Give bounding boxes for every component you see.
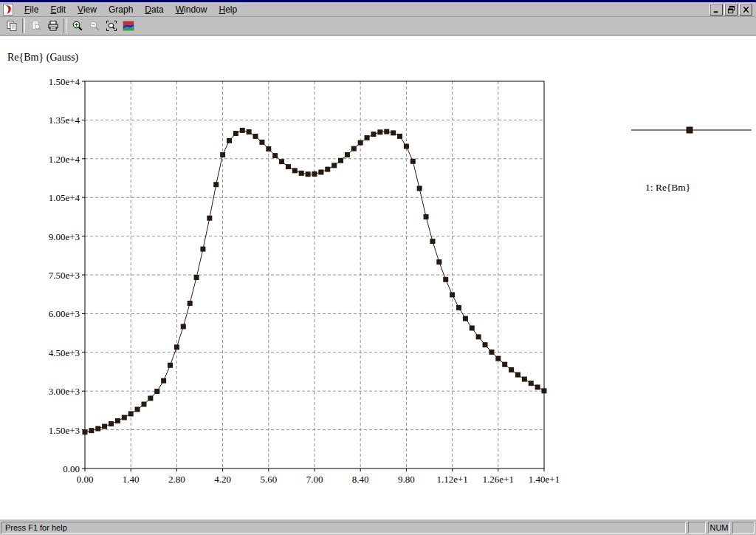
menu-item-edit[interactable]: Edit <box>44 3 72 16</box>
restore-icon <box>726 5 736 14</box>
y-tick-label: 3.00e+3 <box>49 386 80 397</box>
data-point-marker <box>391 130 396 135</box>
chart[interactable]: Re{Bm} (Gauss)0.001.402.804.205.607.008.… <box>0 36 756 519</box>
data-point-marker <box>109 421 114 426</box>
data-point-marker <box>542 388 547 393</box>
data-point-marker <box>95 426 100 432</box>
toolbar-separator <box>63 18 66 33</box>
data-point-marker <box>259 140 264 145</box>
data-point-marker <box>371 132 376 137</box>
data-point-marker <box>358 140 363 146</box>
y-tick-label: 7.50e+3 <box>49 270 80 281</box>
x-tick-label: 1.26e+1 <box>483 474 514 485</box>
data-point-marker <box>450 292 455 297</box>
zoom-window-button[interactable] <box>103 18 120 34</box>
data-point-marker <box>292 168 298 173</box>
zoom-window-icon <box>106 20 117 32</box>
status-message: Press F1 for help <box>1 522 686 534</box>
minimize-icon <box>712 5 721 14</box>
menu-item-help[interactable]: Help <box>213 3 243 16</box>
data-point-marker <box>509 367 514 372</box>
data-point-marker <box>489 350 494 355</box>
data-point-marker <box>436 259 441 265</box>
menu-items: FileEditViewGraphDataWindowHelp <box>18 3 243 16</box>
data-point-marker <box>443 277 448 282</box>
y-tick-label: 1.05e+4 <box>49 192 80 203</box>
data-point-marker <box>377 129 382 134</box>
x-tick-label: 1.12e+1 <box>436 474 467 485</box>
y-tick-label: 0.00 <box>63 463 80 474</box>
menu-item-file[interactable]: File <box>18 3 44 16</box>
data-point-marker <box>89 428 94 433</box>
data-point-marker <box>227 138 232 143</box>
data-point-marker <box>266 146 271 151</box>
restore-button[interactable] <box>724 4 738 16</box>
data-point-marker <box>279 159 284 164</box>
close-button[interactable] <box>739 4 752 16</box>
data-point-marker <box>318 169 323 174</box>
x-tick-label: 2.80 <box>168 474 185 485</box>
data-point-marker <box>253 134 258 139</box>
data-point-marker <box>312 171 317 177</box>
data-point-marker <box>365 135 370 140</box>
data-point-marker <box>515 372 520 378</box>
data-point-marker <box>338 158 343 163</box>
minimize-button[interactable] <box>709 4 723 16</box>
data-point-marker <box>502 362 507 367</box>
data-point-marker <box>325 167 330 172</box>
plot-button[interactable] <box>120 18 137 34</box>
data-point-marker <box>135 407 140 412</box>
plot-icon <box>123 20 134 32</box>
data-point-marker <box>154 389 159 394</box>
data-point-marker <box>351 146 357 151</box>
data-point-marker <box>331 163 337 168</box>
zoom-out-button <box>86 18 103 34</box>
y-tick-label: 1.50e+3 <box>49 425 80 436</box>
x-tick-label: 9.80 <box>398 474 415 485</box>
menu-item-view[interactable]: View <box>72 3 103 16</box>
application-window: FileEditViewGraphDataWindowHelp Re{Bm} (… <box>0 0 756 535</box>
status-indicator-num: NUM <box>708 522 730 534</box>
data-point-marker <box>397 134 402 139</box>
menu-item-data[interactable]: Data <box>139 3 169 16</box>
zoom-in-icon <box>72 20 83 32</box>
data-point-marker <box>115 418 120 423</box>
data-point-marker <box>463 316 468 321</box>
data-point-marker <box>213 182 219 187</box>
x-tick-label: 1.40 <box>123 474 140 485</box>
zoom-in-button[interactable] <box>69 18 86 34</box>
x-tick-label: 5.60 <box>260 474 277 485</box>
data-point-marker <box>272 153 278 158</box>
print-preview-button <box>27 18 44 34</box>
copy-button[interactable] <box>3 18 20 34</box>
data-point-marker <box>495 356 501 361</box>
x-tick-label: 8.40 <box>352 474 369 485</box>
x-tick-label: 4.20 <box>214 474 231 485</box>
copy-icon <box>6 20 18 32</box>
menu-item-graph[interactable]: Graph <box>103 3 139 16</box>
data-point-marker <box>174 344 179 350</box>
data-point-marker <box>476 334 481 339</box>
toolbar <box>0 17 756 35</box>
status-indicator-scrl <box>732 522 755 534</box>
data-point-marker <box>240 128 245 133</box>
legend-label: 1: Re{Bm} <box>645 182 690 193</box>
application-icon[interactable] <box>2 4 14 16</box>
data-point-marker <box>233 131 238 136</box>
data-point-marker <box>286 164 291 169</box>
menu-bar: FileEditViewGraphDataWindowHelp <box>0 2 756 17</box>
data-point-marker <box>141 402 146 407</box>
graph-view: Re{Bm} (Gauss)0.001.402.804.205.607.008.… <box>0 36 756 519</box>
data-point-marker <box>194 275 199 280</box>
menu-item-window[interactable]: Window <box>170 3 213 16</box>
data-point-marker <box>128 411 134 416</box>
data-point-marker <box>306 171 311 177</box>
data-point-marker <box>200 247 205 252</box>
print-button[interactable] <box>44 18 61 34</box>
y-tick-label: 6.00e+3 <box>49 308 80 319</box>
legend-marker <box>687 127 693 134</box>
data-point-marker <box>410 159 416 164</box>
data-point-marker <box>424 214 429 219</box>
print-icon <box>47 20 59 32</box>
mdi-window-buttons <box>709 4 752 16</box>
